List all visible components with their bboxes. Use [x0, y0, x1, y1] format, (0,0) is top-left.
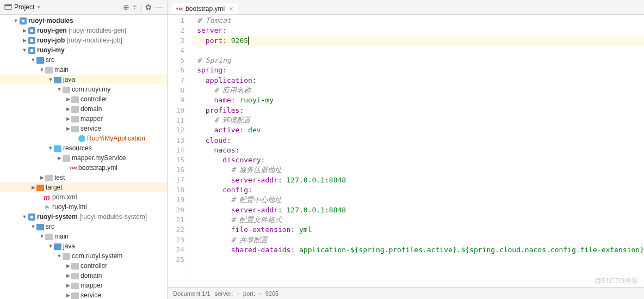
tree-item[interactable]: mpom.xml: [0, 192, 167, 202]
code-line[interactable]: port: 9205: [193, 36, 644, 46]
code-line[interactable]: cloud:: [193, 136, 644, 145]
code-line[interactable]: # 环境配置: [193, 115, 644, 125]
code-line[interactable]: # 配置中心地址: [193, 195, 644, 205]
tree-label: mapper: [81, 282, 103, 289]
tree-item[interactable]: ▶mapper: [0, 280, 167, 290]
code-line[interactable]: profiles:: [193, 106, 644, 115]
close-icon[interactable]: ✕: [229, 6, 233, 12]
code-line[interactable]: config:: [193, 185, 644, 195]
expand-icon[interactable]: ▶: [22, 38, 27, 43]
code-line[interactable]: # 应用名称: [193, 86, 644, 95]
code-line[interactable]: # 配置文件格式: [193, 215, 644, 225]
code-line[interactable]: # Tomcat: [193, 16, 644, 26]
tree-item[interactable]: ▶domain: [0, 271, 167, 280]
code-line[interactable]: nacos:: [193, 145, 644, 155]
expand-icon[interactable]: ▶: [65, 263, 71, 269]
expand-icon[interactable]: ▶: [30, 185, 36, 190]
expand-icon[interactable]: ▼: [57, 87, 62, 92]
expand-icon[interactable]: ▶: [39, 175, 45, 180]
tree-item[interactable]: ▼main: [0, 231, 167, 241]
code-line[interactable]: discovery:: [193, 155, 644, 165]
expand-icon[interactable]: ▶: [65, 283, 71, 288]
tree-item[interactable]: ▼com.ruoyi.my: [0, 84, 167, 94]
tree-item[interactable]: ▼com.ruoyi.system: [0, 251, 167, 261]
gear-icon[interactable]: ✿: [145, 3, 152, 11]
folder-gray-icon: [71, 272, 79, 279]
code-line[interactable]: server:: [193, 26, 644, 35]
tree-label: resources: [63, 144, 92, 152]
expand-icon[interactable]: ▼: [57, 253, 62, 259]
tree-item[interactable]: ▶controller: [0, 94, 167, 104]
tree-item[interactable]: ▶service: [0, 290, 167, 299]
expand-icon[interactable]: ▶: [65, 273, 71, 278]
tree-item[interactable]: ▶test: [0, 173, 167, 182]
code-line[interactable]: # 共享配置: [193, 235, 644, 245]
breadcrumb[interactable]: 9205: [265, 290, 278, 297]
expand-icon[interactable]: ▶: [65, 106, 71, 112]
breadcrumb[interactable]: port:: [243, 290, 261, 297]
tree-item[interactable]: RuoYiMyApplication: [0, 133, 167, 143]
tree-item[interactable]: ▶mapper.myService: [0, 153, 167, 163]
expand-icon[interactable]: ▼: [13, 18, 18, 23]
project-title[interactable]: Project ▼: [4, 3, 123, 11]
tree-item[interactable]: ▶domain: [0, 104, 167, 114]
collapse-icon[interactable]: ÷: [133, 3, 137, 11]
expand-icon[interactable]: ▶: [57, 155, 62, 161]
code-line[interactable]: spring:: [193, 65, 644, 75]
sidebar-header: Project ▼ ⊕ ÷ | ✿ —: [0, 0, 167, 15]
expand-icon[interactable]: ▼: [48, 145, 53, 151]
folder-blue-icon: [53, 76, 62, 83]
tab-bootstrap-yml[interactable]: YML bootstrap.yml ✕: [171, 3, 238, 14]
folder-blue-icon: [36, 223, 45, 230]
expand-icon[interactable]: ▶: [65, 126, 71, 131]
expand-icon[interactable]: ▼: [22, 214, 27, 219]
expand-icon[interactable]: ▶: [65, 292, 71, 298]
expand-icon[interactable]: ▶: [65, 116, 71, 121]
tree-item[interactable]: ▼resources: [0, 143, 167, 153]
project-tree[interactable]: ▼ruoyi-modules▶ruoyi-gen [ruoyi-modules-…: [0, 15, 167, 299]
expand-icon[interactable]: ▼: [39, 67, 45, 72]
expand-icon[interactable]: ▼: [39, 234, 45, 239]
code-line[interactable]: shared-dataids: application-${spring.pro…: [193, 245, 644, 255]
tree-item[interactable]: ▶ruoyi-gen [ruoyi-modules-gen]: [0, 26, 167, 35]
editor-tabs: YML bootstrap.yml ✕: [168, 0, 644, 15]
tree-item[interactable]: ▼ruoyi-modules: [0, 16, 167, 26]
code-line[interactable]: server-addr: 127.0.0.1:8848: [193, 205, 644, 215]
tree-item[interactable]: ▶ruoyi-job [ruoyi-modules-job]: [0, 35, 167, 45]
minimize-icon[interactable]: —: [155, 3, 163, 11]
tree-item[interactable]: ▶service: [0, 124, 167, 133]
code-line[interactable]: [193, 255, 644, 265]
code-line[interactable]: active: dev: [193, 125, 644, 135]
tree-item[interactable]: ▶target: [0, 182, 167, 192]
tree-item[interactable]: YMLbootstrap.yml: [0, 163, 167, 173]
expand-icon[interactable]: ▼: [30, 57, 36, 63]
tree-item[interactable]: ▶mapper: [0, 114, 167, 124]
expand-icon[interactable]: ▼: [22, 47, 27, 53]
code-line[interactable]: application:: [193, 76, 644, 86]
expand-icon[interactable]: ▼: [30, 224, 36, 229]
expand-icon[interactable]: ▼: [48, 77, 53, 82]
breadcrumb[interactable]: server:: [215, 290, 239, 297]
tree-item[interactable]: ▼ruoyi-system [ruoyi-modules-system]: [0, 212, 167, 222]
code-line[interactable]: file-extension: yml: [193, 225, 644, 235]
tree-item[interactable]: ▼java: [0, 75, 167, 84]
tree-item[interactable]: ▼src: [0, 222, 167, 231]
code-line[interactable]: name: ruoyi-my: [193, 95, 644, 105]
code-content[interactable]: # Tomcatserver: port: 9205 # Springsprin…: [190, 15, 644, 287]
code-line[interactable]: [193, 46, 644, 56]
tree-item[interactable]: ▼src: [0, 55, 167, 65]
tree-item[interactable]: ▼main: [0, 65, 167, 75]
tree-item[interactable]: ▼java: [0, 241, 167, 251]
code-line[interactable]: server-addr: 127.0.0.1:8848: [193, 175, 644, 185]
code-line[interactable]: # 服务注册地址: [193, 165, 644, 175]
tree-item[interactable]: ▶controller: [0, 261, 167, 271]
code-editor[interactable]: 1234567891011121314151617181920212223242…: [168, 15, 644, 287]
tree-item[interactable]: ▼ruoyi-my: [0, 45, 167, 55]
folder-gray-icon: [71, 292, 79, 299]
code-line[interactable]: # Spring: [193, 56, 644, 65]
tree-item[interactable]: ⬘ruoyi-my.iml: [0, 202, 167, 212]
target-icon[interactable]: ⊕: [123, 3, 129, 11]
expand-icon[interactable]: ▼: [48, 243, 53, 249]
expand-icon[interactable]: ▶: [65, 96, 71, 102]
expand-icon[interactable]: ▶: [22, 28, 27, 33]
